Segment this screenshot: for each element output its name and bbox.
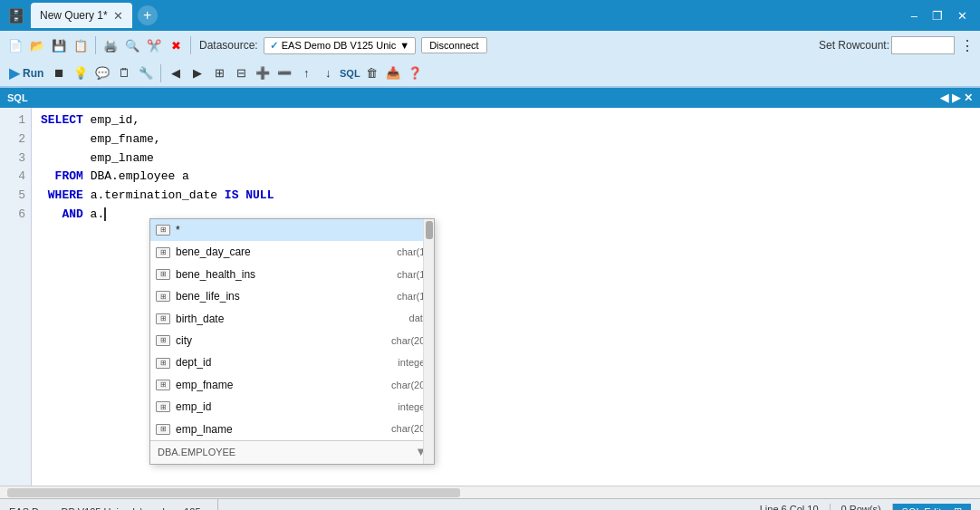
disconnect-button[interactable]: Disconnect [421,37,486,53]
ac-scrollbar[interactable] [423,219,434,464]
ac-icon-col-4: ⊞ [156,313,170,324]
line-num-5: 5 [5,187,25,206]
ac-item-emp-lname[interactable]: ⊞ emp_lname char(20) [150,419,434,440]
ac-item-birth-date[interactable]: ⊞ birth_date date [150,308,434,330]
ac-name-emp-id: emp_id [176,398,392,416]
code-line-4: FROM DBA.employee a [41,168,971,187]
title-bar: 🗄️ New Query 1* ✕ + – ❐ ✕ [0,0,980,31]
ac-icon-col-5: ⊞ [156,335,170,346]
run-button[interactable]: ▶ Run [5,63,47,83]
ac-icon-col-9: ⊞ [156,424,170,435]
ac-item-bene-day-care[interactable]: ⊞ bene_day_care char(1) [150,241,434,263]
ac-item-bene-health-ins[interactable]: ⊞ bene_health_ins char(1) [150,264,434,285]
ac-icon-col-3: ⊞ [156,291,170,302]
ac-name-emp-lname: emp_lname [176,420,386,438]
line-numbers: 1 2 3 4 5 6 [0,108,32,486]
status-right: Line 6 Col 10 0 Row(s) SQL Editor ⊞ [760,504,971,510]
order-desc-icon[interactable]: ↓ [318,63,338,83]
status-rows: 0 Row(s) [831,504,893,510]
ac-item-dept-id[interactable]: ⊞ dept_id integer [150,351,434,373]
minimize-button[interactable]: – [906,7,923,24]
save-all-icon[interactable]: 📋 [71,35,91,55]
main-content: 1 2 3 4 5 6 SELECT emp_id, emp_fname, em… [0,108,980,486]
ac-icon-col: ⊞ [156,247,170,258]
add-icon[interactable]: ➕ [253,63,273,83]
ac-item-emp-fname[interactable]: ⊞ emp_fname char(20) [150,374,434,396]
toolbar-row-1: 📄 📂 💾 📋 🖨️ 🔍 ✂️ ✖ Datasource: ✓ EAS Demo… [0,31,980,60]
toolbar-row-2: ▶ Run ⏹ 💡 💬 🗒 🔧 ◀ ▶ ⊞ ⊟ ➕ ➖ ↑ ↓ SQL 🗑 📥 … [0,60,980,87]
stop-icon[interactable]: ⏹ [49,63,69,83]
code-line-5: WHERE a.termination_date IS NULL [41,187,971,206]
autocomplete-dropdown[interactable]: ⊞ * ⊞ bene_day_care char(1) ⊞ bene_healt… [149,218,435,465]
sep-2 [190,36,191,54]
panel-close-icon[interactable]: ✕ [964,91,973,104]
ac-name-emp-fname: emp_fname [176,376,386,394]
print-icon[interactable]: 🖨️ [101,35,120,55]
app-icon: 🗄️ [7,7,25,24]
status-position: Line 6 Col 10 [760,504,831,510]
ac-name-dept-id: dept_id [176,353,392,371]
ac-item-emp-id[interactable]: ⊞ emp_id integer [150,396,434,418]
ac-icon-col-2: ⊞ [156,269,170,280]
line-num-2: 2 [5,130,25,149]
ac-icon-wildcard: ⊞ [156,225,170,236]
clear-icon[interactable]: 🗑 [361,63,381,83]
ac-name-wildcard: * [176,221,423,239]
active-tab[interactable]: New Query 1* ✕ [31,3,132,28]
code-editor[interactable]: SELECT emp_id, emp_fname, emp_lname FROM… [32,108,980,486]
datasource-chevron-icon: ▼ [399,40,409,51]
status-datasource: EAS Demo DB V125 Unicode\easdemo125u [9,499,218,510]
code-line-3: emp_lname [41,149,971,168]
code-line-1: SELECT emp_id, [41,111,971,130]
ac-name-bene-life-ins: bene_life_ins [176,287,391,305]
tab-close-icon[interactable]: ✕ [113,9,123,23]
more-options-icon[interactable]: ⋮ [960,37,975,54]
search-icon[interactable]: 🔍 [122,35,142,55]
code-line-2: emp_fname, [41,130,971,149]
nav-back-icon[interactable]: ◀ [166,63,186,83]
horizontal-scrollbar[interactable] [0,486,980,498]
nav-fwd-icon[interactable]: ▶ [187,63,207,83]
ac-item-city[interactable]: ⊞ city char(20) [150,330,434,351]
new-tab-button[interactable]: + [138,5,158,25]
cut-icon[interactable]: ✂️ [144,35,164,55]
sql-panel-label: SQL [7,92,28,103]
panel-left-icon[interactable]: ◀ [940,91,948,104]
sep-1 [95,36,96,54]
order-asc-icon[interactable]: ↑ [296,63,316,83]
import-icon[interactable]: 📥 [383,63,403,83]
status-bar: EAS Demo DB V125 Unicode\easdemo125u Lin… [0,498,980,510]
panel-right-icon[interactable]: ▶ [952,91,960,104]
ac-footer-text: DBA.EMPLOYEE [158,445,235,461]
remove-icon[interactable]: ➖ [274,63,294,83]
sql-editor-badge: SQL Editor ⊞ [893,504,971,510]
sql-icon[interactable]: SQL [340,63,360,83]
note-icon[interactable]: 🗒 [114,63,134,83]
close-button[interactable]: ✕ [952,7,973,24]
open-file-icon[interactable]: 📂 [27,35,47,55]
ac-icon-col-7: ⊞ [156,380,170,390]
save-icon[interactable]: 💾 [49,35,69,55]
datasource-checkmark: ✓ [270,40,278,52]
help-icon[interactable]: ❓ [405,63,425,83]
h-scrollthumb[interactable] [7,488,460,497]
ac-item-wildcard[interactable]: ⊞ * [150,219,434,241]
line-num-1: 1 [5,111,25,130]
maximize-button[interactable]: ❐ [927,7,948,24]
line-num-6: 6 [5,206,25,225]
ac-name-city: city [176,332,386,350]
run-icon: ▶ [9,65,20,82]
delete-icon[interactable]: ✖ [166,35,186,55]
ac-name-bene-day-care: bene_day_care [176,243,391,261]
datasource-dropdown[interactable]: ✓ EAS Demo DB V125 Unic ▼ [264,37,416,54]
explain-icon[interactable]: 💡 [71,63,91,83]
ac-item-bene-life-ins[interactable]: ⊞ bene_life_ins char(1) [150,285,434,307]
rowcount-input[interactable] [891,36,955,54]
format-icon[interactable]: 🔧 [136,63,156,83]
ac-scrollthumb [426,221,433,239]
select-all-icon[interactable]: ⊞ [209,63,229,83]
ac-icon-col-8: ⊞ [156,401,170,412]
grid-icon[interactable]: ⊟ [231,63,251,83]
new-file-icon[interactable]: 📄 [5,35,25,55]
comment-icon[interactable]: 💬 [92,63,112,83]
